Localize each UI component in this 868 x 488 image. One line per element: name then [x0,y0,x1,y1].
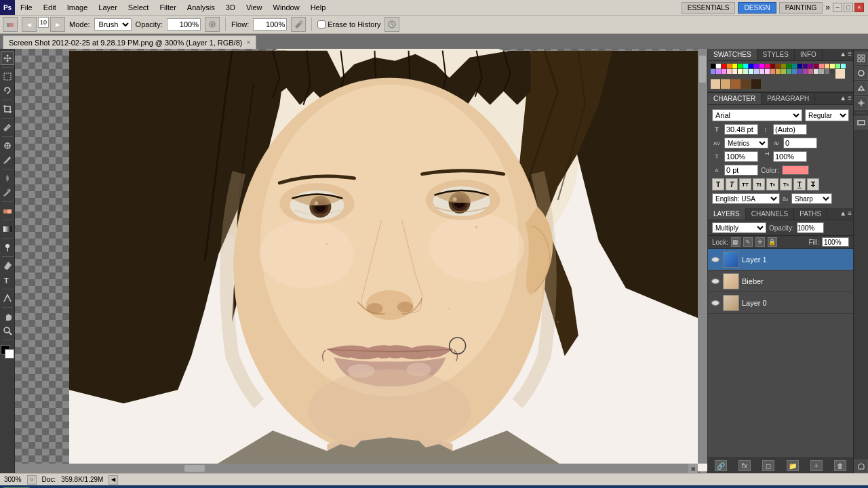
swatch-item[interactable] [797,64,802,68]
lock-position-btn[interactable]: ✛ [755,237,765,247]
swatch-item[interactable] [731,79,741,89]
brush-size-up[interactable]: ▶ [50,17,65,32]
swatch-item[interactable] [770,64,775,68]
swatch-item[interactable] [787,64,791,68]
tab-paths[interactable]: PATHS [794,208,827,220]
swatch-item[interactable] [835,69,845,79]
new-layer-btn[interactable]: + [810,460,823,471]
swatch-item[interactable] [825,69,829,74]
allcaps-btn[interactable]: TT [739,178,751,190]
swatch-item[interactable] [732,69,737,74]
history-state-icon[interactable] [384,17,399,32]
panel-icon-4[interactable] [854,96,868,110]
swatch-item[interactable] [830,64,835,68]
swatch-item[interactable] [743,69,748,74]
layer-link-btn[interactable]: 🔗 [715,460,727,471]
eraser-tool[interactable] [1,204,14,218]
swatch-item[interactable] [722,69,726,74]
menu-3d[interactable]: 3D [220,0,241,15]
layer-item-bieber[interactable]: Bieber [708,270,853,292]
eraser-tool-icon[interactable] [3,17,18,32]
close-button[interactable]: × [854,3,864,12]
status-arrow-left[interactable]: ◀ [108,475,118,485]
dodge-tool[interactable] [1,241,14,254]
tab-channels[interactable]: CHANNELS [746,208,794,220]
strikethrough-btn[interactable]: T [807,178,819,190]
lock-transparent-btn[interactable]: ▩ [731,237,741,247]
swatch-item[interactable] [727,69,732,74]
panel-expand-btn[interactable]: ▲ [840,50,846,59]
swatch-item[interactable] [803,64,808,68]
tab-character[interactable]: CHARACTER [708,93,762,104]
document-tab[interactable]: Screen Shot 2012-02-25 at 9.28.19 PM.png… [3,35,256,49]
restore-button[interactable]: □ [844,3,853,12]
baseline-input[interactable] [724,165,758,176]
swatch-item[interactable] [814,69,818,74]
text-color-swatch[interactable] [782,165,809,175]
panel-icon-6[interactable] [854,460,868,473]
char-panel-menu-btn[interactable]: ≡ [848,94,852,103]
h-scale-input[interactable] [724,151,758,162]
swatch-item[interactable] [754,69,759,74]
delete-layer-btn[interactable]: 🗑 [834,460,846,471]
lock-all-btn[interactable]: 🔒 [768,237,777,247]
lock-pixels-btn[interactable]: ✎ [743,237,753,247]
erase-to-history-label[interactable]: Erase to History [317,20,380,28]
swatch-item[interactable] [819,64,824,68]
vertical-scrollbar[interactable] [698,49,707,464]
airbrush-icon[interactable] [291,17,306,32]
lasso-tool[interactable] [1,84,14,98]
swatch-item[interactable] [803,69,808,74]
swatch-item[interactable] [808,64,813,68]
pen-tool[interactable] [1,259,14,272]
swatch-item[interactable] [781,69,786,74]
leading-input[interactable] [773,124,807,135]
layers-panel-expand-btn[interactable]: ▲ [840,209,846,218]
horizontal-scrollbar[interactable]: ◼ [15,464,698,473]
menu-filter[interactable]: Filter [154,0,181,15]
canvas-scroll[interactable]: ◼ [15,49,707,473]
swatch-item[interactable] [825,64,829,68]
more-workspaces-btn[interactable]: » [825,3,830,12]
panel-icon-2[interactable] [854,66,868,80]
minimize-button[interactable]: – [833,3,842,12]
swatch-item[interactable] [830,69,835,74]
tab-layers[interactable]: LAYERS [708,208,746,220]
opacity-input[interactable] [797,222,824,233]
panel-icon-1[interactable] [854,52,868,65]
zoom-level-btn[interactable]: ○ [27,475,37,485]
swatch-item[interactable] [711,69,715,74]
swatch-item[interactable] [732,64,737,68]
swatch-item[interactable] [781,64,786,68]
swatch-item[interactable] [797,69,802,74]
swatch-item[interactable] [754,64,759,68]
h-scroll-thumb[interactable] [184,465,205,472]
swatch-item[interactable] [765,64,770,68]
background-color[interactable] [5,349,14,359]
kerning-select[interactable]: Metrics [724,138,768,148]
menu-analysis[interactable]: Analysis [182,0,220,15]
layer-item-layer0[interactable]: Layer 0 [708,292,853,314]
swatch-item[interactable] [751,79,761,89]
font-family-select[interactable]: Arial [712,109,802,121]
swatch-item[interactable] [727,64,732,68]
swatch-item[interactable] [814,64,818,68]
swatch-item[interactable] [776,64,781,68]
menu-select[interactable]: Select [123,0,155,15]
tab-close-btn[interactable]: × [246,39,250,46]
workspace-design[interactable]: DESIGN [738,2,776,14]
fill-input[interactable] [822,237,849,247]
layer0-visibility-toggle[interactable] [711,298,720,308]
swatch-item[interactable] [770,69,775,74]
panel-menu-btn[interactable]: ≡ [848,50,852,59]
swatch-item[interactable] [738,69,743,74]
crop-tool[interactable] [1,102,14,116]
mode-select[interactable]: Brush [94,18,132,30]
menu-edit[interactable]: Edit [38,0,62,15]
gradient-tool[interactable] [1,222,14,236]
swatch-item[interactable] [722,64,726,68]
opacity-input[interactable] [167,18,201,30]
tab-info[interactable]: INFO [795,49,823,60]
move-tool[interactable] [1,52,14,65]
swatch-item[interactable] [711,64,715,68]
